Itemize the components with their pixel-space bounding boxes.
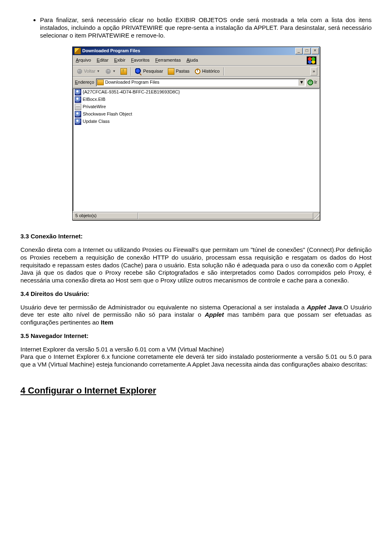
folders-icon: [168, 68, 174, 75]
forward-button[interactable]: ▼: [104, 68, 117, 75]
component-icon: [75, 96, 81, 103]
search-label: Pesquisar: [143, 69, 163, 74]
heading-3-5: 3.5 Navegador Internet:: [20, 332, 372, 340]
status-extra: [138, 213, 313, 219]
toolbar-overflow[interactable]: »: [310, 67, 317, 76]
bullet-item: Para finalizar, será necessário clicar n…: [40, 16, 372, 39]
component-icon: [75, 104, 81, 110]
body-3-4: Usuário deve ter permissão de Administra…: [20, 304, 372, 327]
menubar: Arquivo Editar Exibir Favoritos Ferramen…: [73, 55, 320, 66]
back-button[interactable]: Voltar ▼: [75, 68, 101, 75]
component-icon: [75, 89, 81, 96]
menu-view[interactable]: Exibir: [114, 58, 126, 63]
go-button[interactable]: Ir: [307, 80, 317, 85]
address-value: Downloaded Program Files: [105, 80, 297, 85]
up-button[interactable]: [119, 68, 128, 75]
component-icon: [75, 118, 81, 125]
address-label: Endereço: [75, 80, 94, 85]
list-item[interactable]: Update Class: [73, 118, 319, 125]
component-icon: [75, 111, 81, 118]
menu-file[interactable]: Arquivo: [76, 58, 91, 63]
heading-3-3: 3.3 Conexão Internet:: [20, 233, 372, 240]
explorer-window: Downloaded Program Files _ □ × Arquivo E…: [72, 47, 320, 220]
folder-icon: [74, 48, 81, 54]
address-field[interactable]: Downloaded Program Files ▼: [96, 78, 306, 87]
history-label: Histórico: [202, 69, 220, 74]
resize-grip[interactable]: [313, 213, 320, 219]
back-label: Voltar: [84, 69, 96, 74]
window-title: Downloaded Program Files: [82, 48, 295, 54]
body-3-5-line2: Para que o Internet Explorer 6.x funcion…: [20, 353, 372, 369]
address-bar: Endereço Downloaded Program Files ▼ Ir: [73, 77, 320, 88]
folders-button[interactable]: Pastas: [167, 68, 191, 75]
status-count: 5 objeto(s): [73, 213, 138, 219]
list-item[interactable]: EIBocx.EIB: [73, 96, 319, 103]
history-button[interactable]: Histórico: [193, 68, 221, 75]
back-icon: [76, 68, 83, 75]
close-button[interactable]: ×: [312, 48, 319, 54]
folder-icon: [97, 80, 104, 85]
heading-4: 4 Configurar o Internet Explorer: [20, 385, 372, 396]
menu-favorites[interactable]: Favoritos: [131, 58, 149, 63]
go-icon: [307, 80, 313, 85]
statusbar: 5 objeto(s): [73, 211, 320, 220]
file-list[interactable]: {A27CFCAE-9351-4D74-BFFC-21EB19693D8C} E…: [73, 88, 320, 211]
toolbar: Voltar ▼ ▼ Pesquisar Pastas Histórico »: [73, 66, 320, 77]
heading-3-4: 3.4 Direitos do Usuário:: [20, 290, 372, 298]
menu-edit[interactable]: Editar: [97, 58, 109, 63]
list-item[interactable]: Shockwave Flash Object: [73, 111, 319, 118]
search-icon: [135, 68, 142, 75]
history-icon: [194, 68, 201, 75]
maximize-button[interactable]: □: [303, 48, 311, 54]
search-button[interactable]: Pesquisar: [134, 68, 164, 75]
windows-logo-icon: [307, 56, 316, 64]
menu-tools[interactable]: Ferramentas: [155, 58, 180, 63]
go-label: Ir: [314, 80, 317, 85]
folders-label: Pastas: [176, 69, 189, 74]
body-3-5-line1: Internet Explorer da versão 5.01 a versã…: [20, 346, 372, 353]
list-item[interactable]: PrivateWire: [73, 103, 319, 111]
minimize-button[interactable]: _: [295, 48, 303, 54]
address-dropdown[interactable]: ▼: [298, 79, 305, 86]
menu-help[interactable]: Ajuda: [187, 58, 198, 63]
body-3-3: Conexão direta com a Internet ou utiliza…: [20, 246, 372, 285]
list-item[interactable]: {A27CFCAE-9351-4D74-BFFC-21EB19693D8C}: [73, 89, 319, 96]
up-icon: [120, 68, 127, 75]
forward-icon: [105, 68, 111, 75]
titlebar[interactable]: Downloaded Program Files _ □ ×: [73, 47, 320, 55]
